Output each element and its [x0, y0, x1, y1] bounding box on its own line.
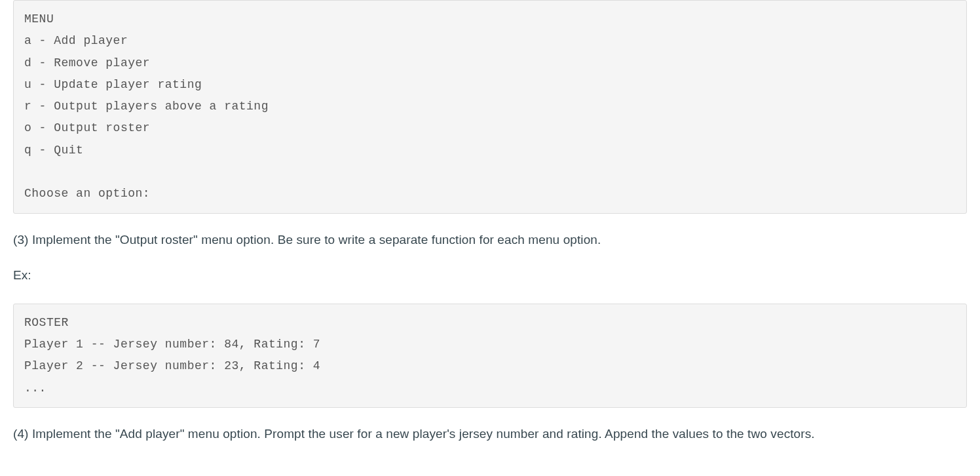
menu-code-block: MENU a - Add player d - Remove player u … — [13, 0, 967, 214]
menu-option: d - Remove player — [24, 56, 150, 69]
roster-ellipsis: ... — [24, 382, 47, 395]
menu-title: MENU — [24, 12, 54, 26]
roster-line: Player 2 -- Jersey number: 23, Rating: 4 — [24, 359, 320, 372]
roster-code-block: ROSTER Player 1 -- Jersey number: 84, Ra… — [13, 304, 967, 408]
instruction-step-3: (3) Implement the "Output roster" menu o… — [13, 231, 967, 250]
menu-option: q - Quit — [24, 144, 83, 157]
roster-title: ROSTER — [24, 316, 69, 329]
menu-option: r - Output players above a rating — [24, 100, 269, 113]
menu-option: a - Add player — [24, 34, 128, 47]
menu-option: o - Output roster — [24, 121, 150, 134]
menu-prompt: Choose an option: — [24, 187, 150, 200]
menu-option: u - Update player rating — [24, 78, 202, 91]
example-label: Ex: — [13, 266, 967, 285]
instruction-step-4: (4) Implement the "Add player" menu opti… — [13, 425, 967, 444]
roster-line: Player 1 -- Jersey number: 84, Rating: 7 — [24, 338, 320, 351]
